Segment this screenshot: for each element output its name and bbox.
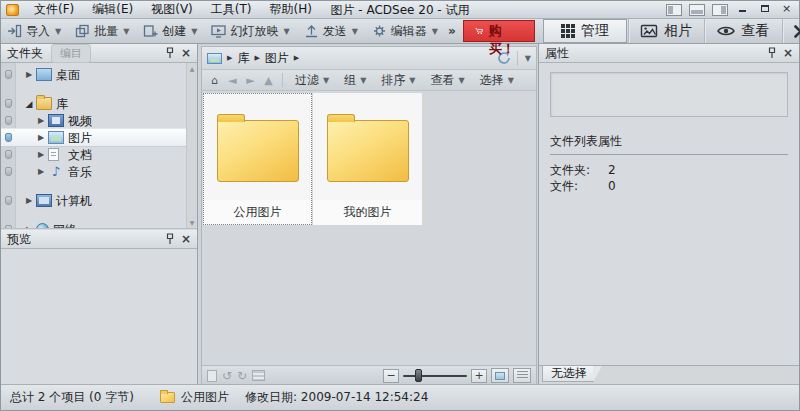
tree-item-music[interactable]: ▶ ♪ 音乐 <box>1 163 186 180</box>
no-selection-tab[interactable]: 无选择 <box>542 366 594 382</box>
mode-photos-button[interactable]: 相片 <box>628 19 704 43</box>
preview-title: 预览 <box>7 231 31 248</box>
selector-shield-icon[interactable] <box>5 99 12 108</box>
property-label: 文件: <box>550 178 608 194</box>
up-icon[interactable]: ▲ <box>261 74 276 87</box>
rotate-right-icon[interactable]: ↻ <box>237 370 247 382</box>
menu-file[interactable]: 文件(F) <box>25 1 83 18</box>
tree-scrollbar[interactable]: ▲ ▼ <box>186 63 197 228</box>
tree-item-library[interactable]: ◢ 库 <box>1 95 186 112</box>
close-icon[interactable]: × <box>181 47 191 59</box>
pin-icon[interactable] <box>768 47 776 59</box>
tab-catalog[interactable]: 编目 <box>51 44 91 63</box>
pin-icon[interactable] <box>166 47 174 59</box>
buy-now-button[interactable]: 立即购买！ <box>463 20 535 42</box>
edit-tools-icon <box>793 24 800 39</box>
breadcrumb-dropdown-icon[interactable]: ▼ <box>525 54 531 63</box>
mode-manage-button[interactable]: 管理 <box>543 19 627 43</box>
minimize-button[interactable] <box>735 3 750 16</box>
selector-shield-icon[interactable] <box>5 167 12 176</box>
tree-label: 视频 <box>68 113 92 129</box>
zoom-in-button[interactable]: + <box>471 369 487 383</box>
expander-icon[interactable]: ▶ <box>35 150 47 159</box>
back-icon[interactable]: ◄ <box>225 74 240 87</box>
close-button[interactable]: × <box>779 3 794 16</box>
expander-icon[interactable]: ▶ <box>35 167 47 176</box>
selector-shield-icon[interactable] <box>5 150 12 159</box>
create-button[interactable]: 创建▼ <box>137 19 203 43</box>
menu-view[interactable]: 视图(V) <box>142 1 202 18</box>
mode-edit-button[interactable]: 编辑 <box>782 19 800 43</box>
forward-icon[interactable]: ► <box>243 74 258 87</box>
filter-dropdown[interactable]: 过滤▼ <box>289 72 335 89</box>
tree-item-documents[interactable]: ▶ 文档 <box>1 146 186 163</box>
file-list-toolbar: ⌂ ◄ ► ▲ 过滤▼ 组▼ 排序▼ 查看▼ 选择▼ <box>202 70 536 91</box>
selector-shield-icon[interactable] <box>5 196 12 205</box>
import-label: 导入 <box>26 23 50 40</box>
batch-button[interactable]: 批量▼ <box>69 19 135 43</box>
selector-shield-icon[interactable] <box>5 70 12 79</box>
expander-icon[interactable]: ▶ <box>35 116 47 125</box>
stack-icon[interactable] <box>252 370 265 381</box>
tree-item-computer[interactable]: ▶ 计算机 <box>1 192 186 209</box>
scroll-up-icon[interactable]: ▲ <box>190 65 195 72</box>
tree-item-pictures[interactable]: ▶ 图片 <box>1 129 186 146</box>
menu-help[interactable]: 帮助(H) <box>261 1 321 18</box>
network-icon <box>36 223 49 228</box>
tree-label: 库 <box>56 96 68 112</box>
send-label: 发送 <box>323 23 347 40</box>
menu-edit[interactable]: 编辑(E) <box>83 1 142 18</box>
view-dropdown[interactable]: 查看▼ <box>424 72 470 89</box>
group-dropdown[interactable]: 组▼ <box>338 72 372 89</box>
zoom-out-button[interactable]: − <box>383 369 399 383</box>
selector-shield-icon[interactable] <box>5 225 12 228</box>
zoom-slider-thumb[interactable] <box>415 369 422 382</box>
dropdown-caret-icon: ▼ <box>458 76 464 85</box>
breadcrumb-library[interactable]: 库 <box>237 50 249 67</box>
tree-item-videos[interactable]: ▶ 视频 <box>1 112 186 129</box>
toggle-right-pane-icon[interactable] <box>712 4 728 16</box>
folder-tile-public-pictures[interactable]: 公用图片 <box>203 93 312 225</box>
rotate-left-icon[interactable]: ↺ <box>222 370 232 382</box>
import-button[interactable]: 导入▼ <box>1 19 67 43</box>
expander-icon[interactable]: ▶ <box>23 225 35 228</box>
mode-view-button[interactable]: 查看 <box>704 19 782 43</box>
tab-folders[interactable]: 文件夹 <box>7 45 43 62</box>
home-icon[interactable]: ⌂ <box>207 74 222 87</box>
menu-tools[interactable]: 工具(T) <box>202 1 261 18</box>
thumbnail-view-button[interactable] <box>491 368 509 383</box>
send-button[interactable]: 发送▼ <box>298 19 364 43</box>
expander-icon[interactable]: ▶ <box>35 133 47 142</box>
tree-item-desktop[interactable]: ▶ 桌面 <box>1 66 186 83</box>
maximize-button[interactable] <box>757 3 772 16</box>
library-icon <box>36 97 52 110</box>
scroll-down-icon[interactable]: ▼ <box>190 219 195 226</box>
property-value: 0 <box>608 178 616 194</box>
copy-page-icon[interactable] <box>207 370 217 382</box>
details-view-button[interactable] <box>513 368 531 383</box>
folder-tile-my-pictures[interactable]: 我的图片 <box>313 93 422 225</box>
expander-icon[interactable]: ◢ <box>23 99 35 109</box>
close-icon[interactable]: × <box>181 233 191 245</box>
zoom-slider[interactable] <box>403 369 467 382</box>
selector-shield-icon[interactable] <box>5 116 12 125</box>
file-list-area[interactable]: 公用图片 我的图片 <box>202 91 536 365</box>
dropdown-caret-icon: ▼ <box>432 27 438 36</box>
sort-dropdown[interactable]: 排序▼ <box>375 72 421 89</box>
pin-icon[interactable] <box>166 233 174 245</box>
toggle-left-pane-icon[interactable] <box>666 4 682 16</box>
toolbar-overflow-button[interactable]: » <box>444 19 460 43</box>
close-icon[interactable]: × <box>783 47 793 59</box>
expander-icon[interactable]: ▶ <box>23 196 35 205</box>
toggle-bottom-pane-icon[interactable] <box>689 4 705 16</box>
expander-icon[interactable]: ▶ <box>23 70 35 79</box>
slideshow-button[interactable]: 幻灯放映▼ <box>205 19 295 43</box>
select-dropdown[interactable]: 选择▼ <box>474 72 520 89</box>
selector-shield-icon[interactable] <box>5 133 12 142</box>
breadcrumb-arrow-icon: ▶ <box>227 54 232 62</box>
tree-item-network[interactable]: ▶ 网络 <box>1 221 186 228</box>
breadcrumb-pictures[interactable]: 图片 <box>265 50 289 67</box>
mode-view-label: 查看 <box>741 22 769 40</box>
editor-button[interactable]: 编辑器▼ <box>366 19 444 43</box>
folder-tile-label: 我的图片 <box>313 200 422 225</box>
